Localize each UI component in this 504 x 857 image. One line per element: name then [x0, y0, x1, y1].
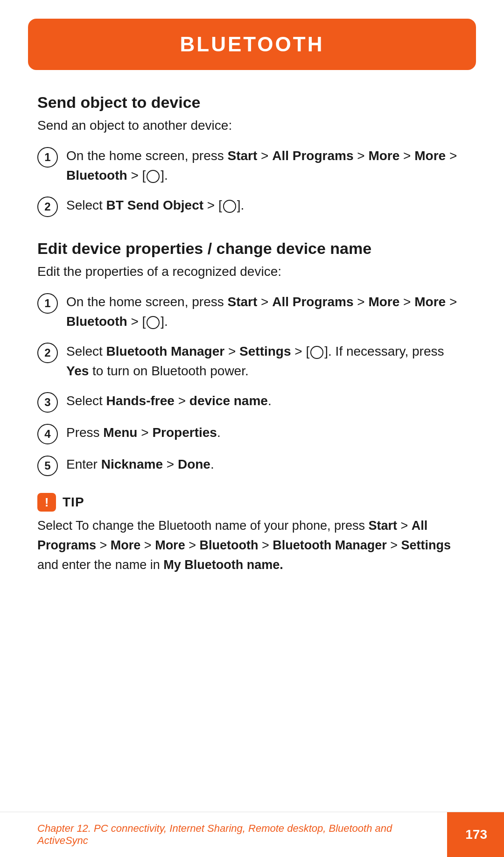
footer-page: 173	[448, 812, 504, 857]
circle-icon	[147, 170, 160, 183]
tip-text: Select To change the Bluetooth name of y…	[37, 516, 467, 575]
tip-header: ! TIP	[37, 493, 467, 512]
section-send-object: Send object to device Send an object to …	[37, 93, 467, 217]
step-item: 2 Select BT Send Object > [].	[37, 196, 467, 217]
step-number-2: 2	[37, 197, 58, 217]
step-number-1: 1	[37, 147, 58, 168]
footer: Chapter 12. PC connectivity, Internet Sh…	[0, 812, 504, 857]
tip-icon: !	[37, 493, 56, 512]
step-item: 5 Enter Nickname > Done.	[37, 455, 467, 476]
step-text-s2-1: On the home screen, press Start > All Pr…	[66, 292, 457, 331]
step-text-s2-4: Press Menu > Properties.	[66, 423, 221, 443]
step-number-s2-2: 2	[37, 343, 58, 363]
header-title: BLUETOOTH	[180, 33, 324, 56]
step-item: 3 Select Hands-free > device name.	[37, 391, 467, 413]
section1-intro: Send an object to another device:	[37, 118, 467, 133]
header-banner: BLUETOOTH	[28, 19, 476, 70]
tip-exclamation-icon: !	[45, 495, 49, 510]
step-number-s2-4: 4	[37, 424, 58, 444]
section1-title: Send object to device	[37, 93, 467, 112]
section1-steps: 1 On the home screen, press Start > All …	[37, 146, 467, 217]
section-edit-device: Edit device properties / change device n…	[37, 239, 467, 476]
step-text-s2-5: Enter Nickname > Done.	[66, 455, 214, 474]
step-item: 1 On the home screen, press Start > All …	[37, 292, 467, 331]
circle-icon	[147, 316, 160, 329]
step-item: 1 On the home screen, press Start > All …	[37, 146, 467, 185]
section2-intro: Edit the properties of a recognized devi…	[37, 264, 467, 279]
step-number-s2-5: 5	[37, 456, 58, 476]
footer-text: Chapter 12. PC connectivity, Internet Sh…	[0, 812, 447, 857]
section2-steps: 1 On the home screen, press Start > All …	[37, 292, 467, 476]
step-text-2: Select BT Send Object > [].	[66, 196, 244, 215]
step-text-1: On the home screen, press Start > All Pr…	[66, 146, 467, 185]
circle-icon	[223, 200, 236, 213]
step-item: 4 Press Menu > Properties.	[37, 423, 467, 444]
tip-label: TIP	[63, 495, 84, 510]
step-item: 2 Select Bluetooth Manager > Settings > …	[37, 342, 467, 381]
step-number-s2-3: 3	[37, 392, 58, 413]
section2-title: Edit device properties / change device n…	[37, 239, 467, 258]
step-text-s2-3: Select Hands-free > device name.	[66, 391, 272, 411]
step-number-s2-1: 1	[37, 293, 58, 314]
step-text-s2-2: Select Bluetooth Manager > Settings > []…	[66, 342, 467, 381]
circle-icon	[310, 346, 323, 359]
tip-box: ! TIP Select To change the Bluetooth nam…	[37, 493, 467, 575]
content: Send object to device Send an object to …	[0, 70, 504, 622]
